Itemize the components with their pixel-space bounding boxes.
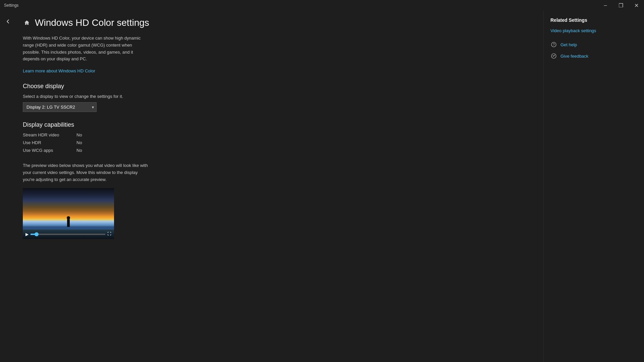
video-controls: ▶ bbox=[23, 230, 114, 239]
use-hdr-value: No bbox=[76, 140, 82, 145]
preview-description: The preview video below shows you what v… bbox=[23, 162, 150, 183]
support-section: ? Get help Give feedback bbox=[550, 41, 637, 59]
right-panel: Related Settings Video playback settings… bbox=[543, 11, 644, 362]
use-hdr-label: Use HDR bbox=[23, 140, 76, 145]
close-button[interactable]: ✕ bbox=[629, 0, 644, 11]
capability-row-use-hdr: Use HDR No bbox=[23, 140, 530, 145]
use-wcg-label: Use WCG apps bbox=[23, 148, 76, 153]
back-button[interactable] bbox=[3, 16, 13, 27]
give-feedback-item[interactable]: Give feedback bbox=[550, 53, 637, 59]
use-wcg-value: No bbox=[76, 148, 82, 153]
fullscreen-button[interactable] bbox=[107, 232, 111, 237]
page-header: Windows HD Color settings bbox=[23, 17, 530, 28]
stream-hdr-label: Stream HDR video bbox=[23, 132, 76, 137]
progress-thumb bbox=[35, 232, 39, 236]
choose-display-title: Choose display bbox=[23, 83, 530, 90]
give-feedback-link[interactable]: Give feedback bbox=[560, 54, 588, 59]
capabilities-section: Display capabilities Stream HDR video No… bbox=[23, 121, 530, 153]
page-title: Windows HD Color settings bbox=[35, 17, 149, 28]
restore-button[interactable]: ❐ bbox=[613, 0, 629, 11]
stream-hdr-value: No bbox=[76, 132, 82, 137]
svg-text:?: ? bbox=[553, 43, 555, 47]
title-bar-title: Settings bbox=[4, 3, 18, 8]
display-select[interactable]: Display 1: Built-in Display Display 2: L… bbox=[23, 102, 97, 112]
nav-area bbox=[0, 11, 16, 362]
select-display-label: Select a display to view or change the s… bbox=[23, 94, 530, 99]
capability-row-stream-hdr: Stream HDR video No bbox=[23, 132, 530, 137]
main-container: Windows HD Color settings With Windows H… bbox=[0, 11, 644, 362]
give-feedback-icon bbox=[550, 53, 557, 59]
display-select-wrapper: Display 1: Built-in Display Display 2: L… bbox=[23, 102, 97, 112]
play-button[interactable]: ▶ bbox=[25, 232, 29, 237]
home-button[interactable] bbox=[23, 19, 31, 27]
minimize-button[interactable]: – bbox=[598, 0, 613, 11]
capabilities-title: Display capabilities bbox=[23, 121, 530, 128]
video-preview: ▶ bbox=[23, 188, 114, 239]
capability-row-use-wcg: Use WCG apps No bbox=[23, 148, 530, 153]
content-area: Windows HD Color settings With Windows H… bbox=[16, 11, 543, 362]
learn-more-link[interactable]: Learn more about Windows HD Color bbox=[23, 68, 95, 73]
related-settings-title: Related Settings bbox=[550, 17, 637, 23]
get-help-item[interactable]: ? Get help bbox=[550, 41, 637, 48]
title-bar-controls: – ❐ ✕ bbox=[598, 0, 644, 11]
get-help-link[interactable]: Get help bbox=[560, 42, 577, 47]
get-help-icon: ? bbox=[550, 41, 557, 48]
title-bar: Settings – ❐ ✕ bbox=[0, 0, 644, 11]
video-playback-settings-link[interactable]: Video playback settings bbox=[550, 28, 637, 33]
progress-bar[interactable] bbox=[31, 234, 105, 235]
description-text: With Windows HD Color, your device can s… bbox=[23, 35, 150, 63]
